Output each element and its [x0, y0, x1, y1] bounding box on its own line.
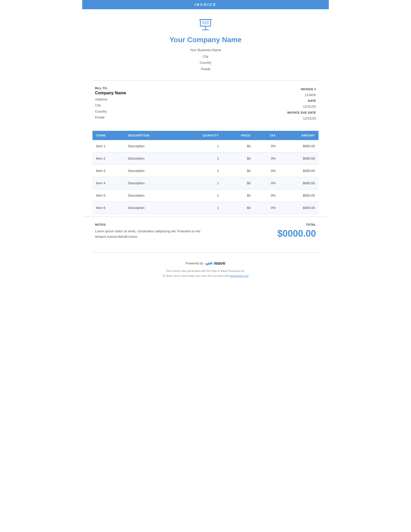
notes-label: NOTES:	[95, 223, 267, 226]
client-country: Country	[95, 108, 287, 114]
col-description: DESCRIPTION	[124, 131, 179, 140]
company-country: Country	[98, 60, 313, 66]
table-row: Item 6 Description 1 $0 0% $000.00	[92, 202, 319, 214]
cell-quantity: 1	[179, 152, 222, 165]
cell-amount: $000.00	[279, 140, 319, 152]
cell-tax: 0%	[254, 165, 279, 177]
items-table-wrapper: ITEMS DESCRIPTION QUANTITY PRICE TAX AMO…	[82, 131, 329, 214]
wave-logo-icon	[205, 260, 213, 266]
cell-tax: 0%	[254, 177, 279, 189]
cell-item: Item 3	[92, 165, 124, 177]
company-logo	[98, 17, 313, 33]
invoice-number-row: INVOICE #	[287, 87, 316, 92]
cell-item: Item 1	[92, 140, 124, 152]
cell-price: $0	[222, 152, 254, 165]
table-body: Item 1 Description 1 $0 0% $000.00 Item …	[92, 140, 319, 214]
date-label-row: DATE	[287, 98, 316, 104]
cell-quantity: 1	[179, 177, 222, 189]
cell-item: Item 4	[92, 177, 124, 189]
cell-item: Item 2	[92, 152, 124, 165]
svg-rect-1	[202, 21, 209, 24]
table-row: Item 3 Description 1 $0 0% $000.00	[92, 165, 319, 177]
cell-quantity: 1	[179, 202, 222, 214]
items-table: ITEMS DESCRIPTION QUANTITY PRICE TAX AMO…	[92, 131, 319, 214]
due-date-value: 12/31/20	[295, 115, 316, 122]
cell-amount: $000.00	[279, 177, 319, 189]
col-amount: AMOUNT	[279, 131, 319, 140]
notes-text: Lorem ipsum dolor sit amet, consectetur …	[95, 229, 203, 240]
col-quantity: QUANTITY	[179, 131, 222, 140]
table-row: Item 4 Description 1 $0 0% $000.00	[92, 177, 319, 189]
wave-url-link[interactable]: waveapps.com	[230, 274, 248, 277]
cell-price: $0	[222, 202, 254, 214]
cell-description: Description	[124, 202, 179, 214]
table-header-row: ITEMS DESCRIPTION QUANTITY PRICE TAX AMO…	[92, 131, 319, 140]
footer-note-line1: This invoice was generated with the help…	[166, 269, 245, 272]
cell-description: Description	[124, 189, 179, 202]
cell-description: Description	[124, 165, 179, 177]
invoice-banner: INVOICE	[82, 0, 329, 9]
company-city: City	[98, 53, 313, 60]
cell-quantity: 1	[179, 189, 222, 202]
cell-description: Description	[124, 177, 179, 189]
due-date-label-row: INVOICE DUE DATE	[287, 110, 316, 115]
cell-price: $0	[222, 177, 254, 189]
cell-description: Description	[124, 152, 179, 165]
cell-amount: $000.00	[279, 165, 319, 177]
bill-to-label: BILL TO:	[95, 87, 287, 90]
table-row: Item 5 Description 1 $0 0% $000.00	[92, 189, 319, 202]
invoice-number-value-row: 123456	[287, 92, 316, 98]
company-business-name: Your Business Name	[98, 47, 313, 53]
notes-total-section: NOTES: Lorem ipsum dolor sit amet, conse…	[82, 217, 329, 247]
invoice-info-block: INVOICE # 123456 DATE 12/31/20 INVOICE D…	[287, 87, 316, 122]
cell-price: $0	[222, 165, 254, 177]
cell-amount: $000.00	[279, 202, 319, 214]
client-address: Address	[95, 96, 287, 102]
col-price: PRICE	[222, 131, 254, 140]
cell-amount: $000.00	[279, 152, 319, 165]
wave-logo: wave	[205, 260, 225, 266]
table-header: ITEMS DESCRIPTION QUANTITY PRICE TAX AMO…	[92, 131, 319, 140]
invoice-number-value: 123456	[295, 92, 316, 98]
footer-note: This invoice was generated with the help…	[92, 269, 319, 278]
cell-price: $0	[222, 189, 254, 202]
col-items: ITEMS	[92, 131, 124, 140]
due-date-label: INVOICE DUE DATE	[287, 110, 316, 115]
col-tax: TAX	[254, 131, 279, 140]
wave-brand-name: wave	[214, 261, 225, 266]
cell-quantity: 1	[179, 140, 222, 152]
footer-note-line2: To learn more, and create your own free …	[162, 274, 229, 277]
total-block: TOTAL $0000.00	[277, 223, 316, 239]
company-postal: Postal	[98, 66, 313, 72]
table-row: Item 2 Description 1 $0 0% $000.00	[92, 152, 319, 165]
invoice-number-label: INVOICE #	[301, 87, 316, 92]
cell-price: $0	[222, 140, 254, 152]
cell-item: Item 5	[92, 189, 124, 202]
client-company-name: Company Name	[95, 91, 287, 95]
cell-quantity: 1	[179, 165, 222, 177]
date-label: DATE	[308, 98, 316, 104]
cell-tax: 0%	[254, 202, 279, 214]
cell-tax: 0%	[254, 152, 279, 165]
logo-icon	[198, 17, 213, 32]
client-city: City	[95, 102, 287, 108]
powered-by-text: Powered by	[186, 261, 203, 265]
total-amount: $0000.00	[277, 228, 316, 239]
cell-tax: 0%	[254, 189, 279, 202]
billing-section: BILL TO: Company Name Address City Count…	[82, 80, 329, 127]
bill-to-block: BILL TO: Company Name Address City Count…	[95, 87, 287, 122]
powered-by: Powered by wave	[92, 260, 319, 266]
cell-item: Item 6	[92, 202, 124, 214]
due-date-value-row: 12/31/20	[287, 115, 316, 122]
date-value-row: 12/31/20	[287, 104, 316, 110]
total-label: TOTAL	[277, 223, 316, 226]
company-details: Your Business Name City Country Postal	[98, 47, 313, 72]
cell-tax: 0%	[254, 140, 279, 152]
client-postal: Postal	[95, 114, 287, 120]
cell-amount: $000.00	[279, 189, 319, 202]
company-header: Your Company Name Your Business Name Cit…	[82, 9, 329, 80]
company-name: Your Company Name	[98, 36, 313, 44]
date-value: 12/31/20	[295, 104, 316, 110]
cell-description: Description	[124, 140, 179, 152]
notes-block: NOTES: Lorem ipsum dolor sit amet, conse…	[95, 223, 277, 240]
